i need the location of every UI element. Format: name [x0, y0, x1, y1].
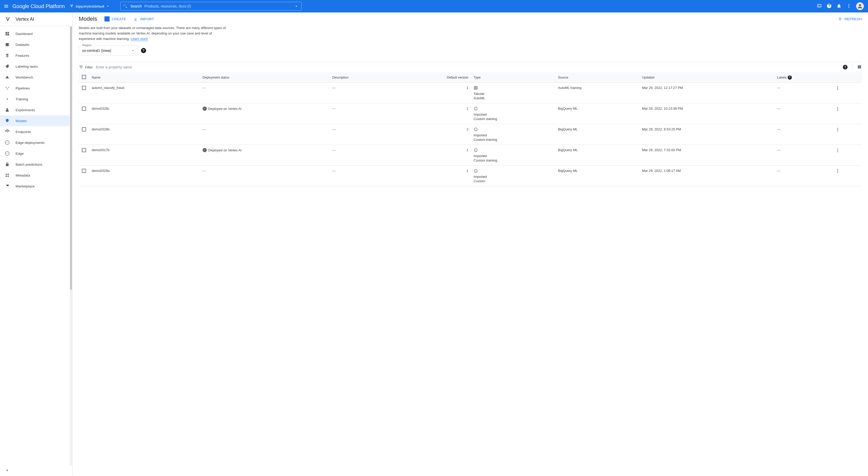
sidebar-item-metadata[interactable]: Metadata [0, 170, 72, 181]
row-more-icon[interactable] [835, 170, 840, 174]
sidebar-item-features[interactable]: Features [0, 50, 72, 61]
user-avatar[interactable] [856, 2, 864, 10]
filter-label-group[interactable]: Filter [79, 65, 93, 69]
sidebar-item-label: Labeling tasks [16, 64, 38, 68]
learn-more-link[interactable]: Learn more [131, 37, 148, 41]
row-more-icon[interactable] [835, 150, 840, 153]
chevron-down-icon [106, 4, 110, 8]
chevron-down-icon[interactable] [294, 4, 299, 8]
source: BigQuery ML [556, 166, 640, 186]
model-name[interactable]: demo0328c [89, 103, 200, 124]
features-icon [5, 53, 10, 58]
svg-point-2 [71, 6, 72, 7]
header-updated[interactable]: Updated [640, 72, 774, 83]
models-table: Name Deployment status Description Defau… [79, 72, 862, 186]
model-name[interactable]: demo0328b [89, 124, 200, 145]
sidebar-scrollbar[interactable] [70, 26, 72, 466]
search-input[interactable] [145, 4, 292, 8]
main-layout: Vertex AI DashboardDatasetsFeaturesLabel… [0, 12, 868, 476]
filter-help-icon[interactable]: ? [843, 65, 847, 69]
source: BigQuery ML [556, 103, 640, 124]
search-bar[interactable]: Search [120, 2, 302, 11]
svg-point-5 [848, 7, 849, 8]
filter-right-controls: ? [843, 64, 862, 70]
face-icon [474, 148, 553, 153]
sidebar-item-label: Metadata [16, 174, 30, 177]
model-name[interactable]: demo0328a [89, 166, 200, 186]
sidebar-item-labeling-tasks[interactable]: Labeling tasks [0, 61, 72, 72]
more-vert-icon[interactable] [846, 3, 851, 9]
row-checkbox[interactable] [82, 148, 86, 152]
row-more-icon[interactable] [835, 129, 840, 133]
header-source[interactable]: Source [556, 72, 640, 83]
header-name[interactable]: Name [89, 72, 200, 83]
training-icon [5, 96, 10, 101]
table-row: demo0328a——1ImportedCustomBigQuery MLMar… [79, 166, 862, 186]
sidebar-collapse[interactable] [0, 465, 72, 476]
header-description[interactable]: Description [330, 72, 392, 83]
model-name[interactable]: automl_classify_fraud [89, 83, 200, 103]
sidebar-item-pipelines[interactable]: Pipelines [0, 83, 72, 94]
refresh-button[interactable]: REFRESH [838, 17, 862, 21]
sidebar-item-edge-deployments[interactable]: Edge deployments [0, 137, 72, 148]
labels: — [774, 103, 833, 124]
svg-point-31 [837, 151, 838, 152]
header-status[interactable]: Deployment status [200, 72, 330, 83]
columns-icon[interactable] [857, 64, 862, 70]
model-description: — [330, 166, 392, 186]
cloud-shell-icon[interactable] [817, 3, 822, 9]
default-version: 2 [392, 124, 471, 145]
row-checkbox[interactable] [82, 127, 86, 131]
menu-icon[interactable] [3, 3, 9, 9]
workbench-icon [5, 75, 10, 80]
sidebar-item-label: Dashboard [16, 32, 33, 36]
create-button[interactable]: CREATE [104, 16, 126, 22]
updated-at: Mar 28, 2022, 10:23:36 PM [640, 103, 774, 124]
svg-point-30 [837, 150, 838, 151]
search-label: Search [130, 4, 142, 8]
region-select[interactable]: us-central1 (Iowa) [79, 46, 138, 56]
sidebar-item-label: Edge deployments [16, 141, 44, 145]
model-description: — [330, 103, 392, 124]
project-selector[interactable]: bigquerytestdefault [68, 4, 112, 8]
svg-point-0 [70, 5, 71, 6]
sidebar-item-marketplace[interactable]: Marketplace [0, 181, 72, 191]
labels: — [774, 166, 833, 186]
sidebar-header[interactable]: Vertex AI [0, 12, 72, 26]
header-labels[interactable]: Labels? [774, 72, 833, 83]
sidebar-item-workbench[interactable]: Workbench [0, 72, 72, 83]
model-description: — [330, 124, 392, 145]
help-icon[interactable] [827, 3, 832, 9]
sidebar-item-experiments[interactable]: Experiments [0, 105, 72, 115]
sidebar-item-models[interactable]: Models [0, 115, 72, 126]
sidebar-item-edge[interactable]: Edge [0, 148, 72, 159]
sidebar-item-dashboard[interactable]: Dashboard [0, 28, 72, 39]
labels: — [774, 145, 833, 166]
header-type[interactable]: Type [471, 72, 556, 83]
face-icon [474, 107, 553, 112]
select-all-checkbox[interactable] [82, 75, 86, 79]
row-more-icon[interactable] [835, 108, 840, 112]
description-text: Models are built from your datasets or u… [79, 26, 226, 41]
import-button[interactable]: IMPORT [133, 17, 154, 21]
sidebar-item-endpoints[interactable]: Endpoints [0, 126, 72, 137]
notifications-icon[interactable] [836, 3, 842, 9]
region-help-icon[interactable]: ? [141, 48, 146, 53]
sidebar-item-datasets[interactable]: Datasets [0, 39, 72, 50]
check-circle-icon [203, 107, 207, 111]
tag-icon [5, 64, 10, 69]
svg-point-26 [474, 149, 477, 152]
row-checkbox[interactable] [82, 169, 86, 173]
svg-point-27 [475, 150, 475, 150]
sidebar-item-batch-predictions[interactable]: Batch predictions [0, 159, 72, 170]
sidebar-item-training[interactable]: Training [0, 94, 72, 105]
top-header: Google Cloud Platform bigquerytestdefaul… [0, 0, 868, 12]
labels-help-icon[interactable]: ? [788, 76, 792, 80]
filter-input[interactable] [96, 65, 843, 69]
header-default-version[interactable]: Default version [392, 72, 471, 83]
model-name[interactable]: demo0317b [89, 145, 200, 166]
sidebar-item-label: Endpoints [16, 130, 31, 134]
row-checkbox[interactable] [82, 107, 86, 111]
row-more-icon[interactable] [835, 87, 840, 91]
row-checkbox[interactable] [82, 86, 86, 90]
